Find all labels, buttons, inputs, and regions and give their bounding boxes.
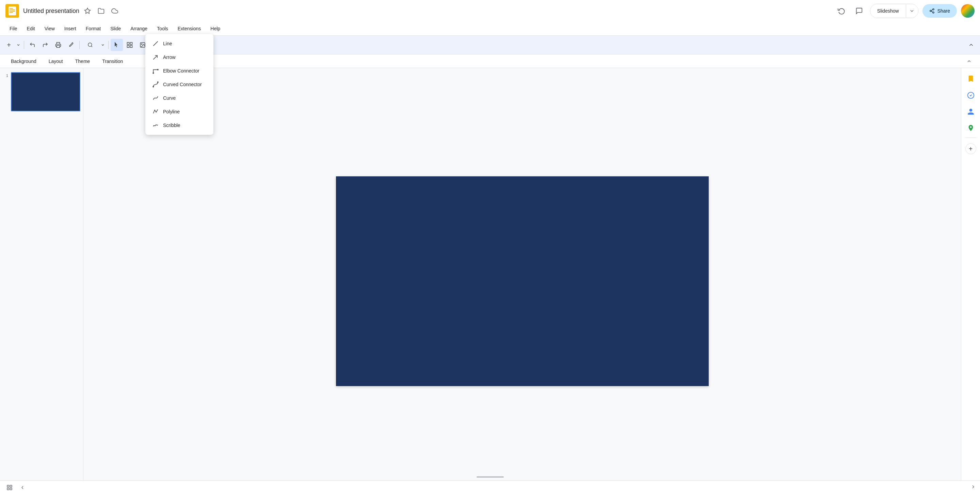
- redo-button[interactable]: [39, 39, 51, 51]
- line-menu-label-arrow: Arrow: [163, 54, 176, 60]
- svg-rect-34: [7, 488, 9, 489]
- svg-line-10: [931, 10, 933, 11]
- line-menu-item-scribble[interactable]: Scribble: [145, 118, 213, 132]
- folder-button[interactable]: [95, 5, 107, 16]
- menu-tools[interactable]: Tools: [153, 24, 172, 33]
- comments-button[interactable]: [852, 4, 866, 18]
- line-menu-label-scribble: Scribble: [163, 123, 180, 128]
- curved-connector-icon: [152, 81, 159, 88]
- menu-edit[interactable]: Edit: [23, 24, 39, 33]
- add-button[interactable]: +: [3, 39, 15, 51]
- history-button[interactable]: [835, 4, 848, 18]
- menu-extensions[interactable]: Extensions: [173, 24, 205, 33]
- svg-point-25: [970, 126, 972, 128]
- slide-thumbnail-1[interactable]: [11, 72, 80, 112]
- cursor-button[interactable]: [111, 39, 123, 51]
- add-button-group: +: [3, 39, 22, 51]
- svg-point-6: [933, 8, 934, 10]
- right-panel: +: [961, 68, 980, 494]
- scroll-indicator: [477, 476, 504, 478]
- zoom-dropdown[interactable]: [99, 39, 106, 51]
- panel-collapse-btn[interactable]: [18, 483, 27, 492]
- layout-button[interactable]: Layout: [43, 56, 68, 66]
- print-button[interactable]: [52, 39, 64, 51]
- svg-rect-16: [127, 46, 129, 48]
- curve-icon: [152, 95, 159, 102]
- menu-bar: File Edit View Insert Format Slide Arran…: [0, 22, 980, 35]
- menu-slide[interactable]: Slide: [106, 24, 125, 33]
- slideshow-dropdown-button[interactable]: [906, 4, 918, 18]
- svg-point-30: [153, 86, 154, 87]
- background-button[interactable]: Background: [5, 56, 42, 66]
- collapse-toolbar-button[interactable]: [965, 39, 977, 51]
- svg-line-27: [153, 56, 157, 60]
- user-avatar[interactable]: [961, 4, 975, 18]
- toolbar-right: [965, 39, 977, 51]
- collapse-panel-button[interactable]: [964, 56, 975, 67]
- add-panel-button[interactable]: +: [966, 143, 976, 154]
- svg-rect-17: [130, 46, 132, 48]
- menu-file[interactable]: File: [5, 24, 21, 33]
- maps-button[interactable]: [964, 121, 978, 135]
- line-menu-item-arrow[interactable]: Arrow: [145, 50, 213, 64]
- slide-panel: 1: [0, 68, 83, 494]
- share-button[interactable]: Share: [923, 4, 957, 18]
- elbow-connector-icon: [152, 67, 159, 74]
- zoom-button[interactable]: [82, 39, 99, 51]
- menu-format[interactable]: Format: [82, 24, 105, 33]
- paint-button[interactable]: [65, 39, 77, 51]
- line-menu-item-curved-connector[interactable]: Curved Connector: [145, 78, 213, 91]
- menu-arrange[interactable]: Arrange: [126, 24, 151, 33]
- svg-rect-32: [7, 485, 9, 487]
- star-button[interactable]: [82, 5, 93, 16]
- svg-rect-14: [127, 43, 129, 45]
- line-menu-item-curve[interactable]: Curve: [145, 91, 213, 105]
- menu-insert[interactable]: Insert: [60, 24, 80, 33]
- line-icon: [152, 40, 159, 47]
- svg-point-8: [933, 12, 934, 13]
- polyline-icon: [152, 108, 159, 115]
- app-icon[interactable]: [5, 4, 19, 18]
- line-menu-label-curve: Curve: [163, 95, 176, 101]
- select-all-button[interactable]: [124, 39, 136, 51]
- share-label: Share: [937, 8, 950, 14]
- menu-view[interactable]: View: [40, 24, 59, 33]
- header-right: Slideshow Share: [835, 4, 975, 18]
- tasks-button[interactable]: [964, 89, 978, 102]
- svg-rect-1: [10, 8, 13, 9]
- title-bar: Untitled presentation: [0, 0, 980, 22]
- line-menu-label-curved-connector: Curved Connector: [163, 82, 202, 87]
- line-menu-label-polyline: Polyline: [163, 109, 180, 115]
- arrow-icon: [152, 54, 159, 61]
- title-icons: [82, 5, 120, 16]
- slide-canvas[interactable]: [336, 176, 709, 386]
- grid-view-button[interactable]: [4, 482, 15, 493]
- line-menu-item-polyline[interactable]: Polyline: [145, 105, 213, 118]
- svg-line-13: [91, 46, 92, 47]
- line-menu-label-elbow: Elbow Connector: [163, 68, 199, 73]
- document-title: Untitled presentation: [23, 8, 79, 14]
- svg-line-9: [931, 11, 933, 12]
- svg-rect-11: [57, 46, 60, 48]
- line-menu-item-line[interactable]: Line: [145, 37, 213, 50]
- line-menu-label-line: Line: [163, 41, 172, 46]
- transition-button[interactable]: Transition: [97, 56, 128, 66]
- theme-button[interactable]: Theme: [70, 56, 95, 66]
- svg-rect-3: [10, 11, 15, 11]
- zoom-group: [82, 39, 106, 51]
- sep-2: [79, 41, 80, 49]
- cloud-save-button[interactable]: [109, 5, 120, 16]
- svg-point-12: [88, 43, 92, 47]
- add-dropdown[interactable]: [15, 39, 22, 51]
- contacts-button[interactable]: [964, 105, 978, 118]
- keep-button[interactable]: [964, 72, 978, 86]
- sep-1: [24, 41, 24, 49]
- scroll-right-btn[interactable]: [970, 484, 976, 491]
- canvas-area[interactable]: [83, 68, 961, 494]
- slideshow-button[interactable]: Slideshow: [870, 4, 906, 18]
- undo-button[interactable]: [26, 39, 38, 51]
- svg-point-19: [141, 44, 142, 44]
- svg-point-29: [157, 69, 158, 70]
- menu-help[interactable]: Help: [206, 24, 224, 33]
- line-menu-item-elbow[interactable]: Elbow Connector: [145, 64, 213, 78]
